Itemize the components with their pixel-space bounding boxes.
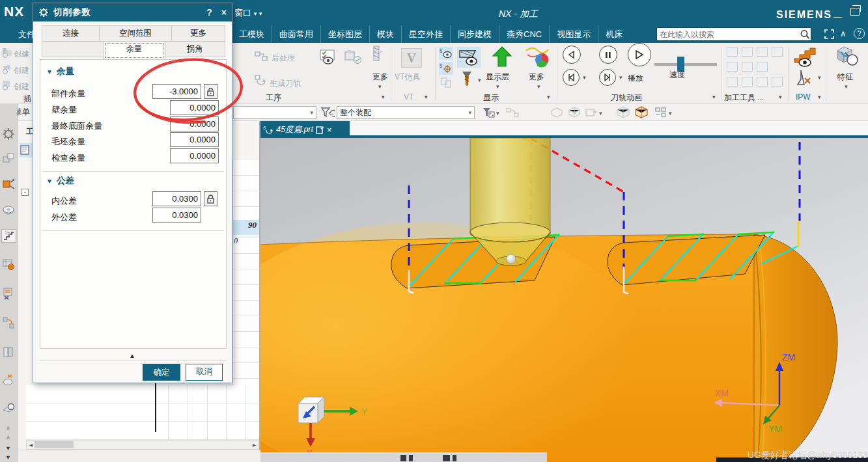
show-layer-icon[interactable] <box>490 46 514 72</box>
tool-icon[interactable] <box>369 46 384 70</box>
process-studio-icon[interactable] <box>2 316 16 330</box>
machining-tool-icon[interactable] <box>772 77 783 87</box>
tab-stock[interactable]: 余量 <box>103 41 165 60</box>
graphics-viewport[interactable]: ZM XM YM Y X <box>260 138 868 462</box>
speed-slider-track[interactable] <box>654 63 717 66</box>
tab-surface-common[interactable]: 曲面常用 <box>272 25 321 43</box>
vt-simulation-button[interactable]: VT仿真 <box>395 72 420 83</box>
operation-more-button[interactable]: 更多 <box>372 72 388 83</box>
reuse-library-icon[interactable] <box>2 374 16 387</box>
create-geometry-button[interactable] <box>1 79 13 93</box>
cutting-parameters-dialog[interactable]: 切削参数 ? × 连接 空间范围 更多 余量 拐角 ▼ 余量 部件余量 壁余量 … <box>33 3 232 383</box>
stock-section-header[interactable]: ▼ 余量 <box>46 66 74 77</box>
tab-coord-layer[interactable]: 坐标图层 <box>321 25 370 43</box>
show-ipw-icon[interactable] <box>792 44 818 70</box>
show-toolpath-icon[interactable]: 5 <box>439 47 453 60</box>
chevron-down-icon[interactable]: ▾ <box>496 110 499 116</box>
lock-open-icon[interactable] <box>204 84 217 99</box>
section-collapse-icon[interactable]: ▼ <box>46 68 53 75</box>
tab-synchronous-modeling[interactable]: 同步建模 <box>451 25 499 43</box>
create-tool-button[interactable] <box>1 62 13 77</box>
floor-stock-input[interactable] <box>170 116 219 131</box>
pause-button[interactable] <box>599 46 617 64</box>
snap-midpoint-icon[interactable] <box>585 107 598 120</box>
step-back-button[interactable] <box>563 46 581 64</box>
chevron-down-icon[interactable]: ▾ <box>496 83 499 90</box>
shaded-wireframe-icon[interactable] <box>616 106 630 121</box>
minimize-button[interactable]: — <box>833 12 842 21</box>
generate-toolpath-icon[interactable] <box>255 74 269 88</box>
play-button[interactable] <box>628 43 651 66</box>
create-label[interactable]: 创建 <box>14 49 29 60</box>
feature-button[interactable]: 特征 <box>837 72 853 83</box>
tab-yanxiu-cnc[interactable]: 燕秀CNC <box>499 25 550 43</box>
tab-connect[interactable]: 连接 <box>42 25 100 42</box>
machine-tool-navigator-icon[interactable] <box>2 287 16 301</box>
operation-navigator-icon[interactable] <box>1 229 16 243</box>
overflow-icon[interactable]: ▼ <box>5 454 11 461</box>
chevron-down-icon[interactable]: ▾ <box>669 110 672 116</box>
machining-wizard-icon[interactable] <box>2 258 16 271</box>
part-stock-input[interactable] <box>152 84 201 99</box>
tab-machine-tool[interactable]: 机床 <box>598 25 630 43</box>
filter-reset-icon[interactable] <box>320 107 335 121</box>
vt-simulation-icon[interactable]: V <box>401 48 422 68</box>
chevron-down-icon[interactable]: ▾ <box>583 74 586 81</box>
chevron-down-icon[interactable]: ▾ <box>779 94 782 100</box>
window-menu[interactable]: 窗口 ▾ ▾ <box>234 7 262 19</box>
command-search[interactable] <box>656 27 811 41</box>
machine-simulate-icon[interactable] <box>344 49 362 68</box>
chevron-down-icon[interactable]: ▾ <box>818 94 821 100</box>
go-to-start-button[interactable] <box>563 69 580 86</box>
navigator-highlight-cell[interactable]: 90 <box>232 220 259 235</box>
tree-collapse-icon[interactable]: - <box>21 189 29 196</box>
tab-machining-module[interactable]: 工模块 <box>232 25 272 43</box>
navigator-cell[interactable]: 0 <box>234 236 238 246</box>
expand-icon[interactable]: ▼ <box>5 445 11 452</box>
create-label[interactable]: 创建 <box>14 65 29 76</box>
edit-tool-display-icon[interactable] <box>458 70 475 92</box>
machining-tool-icon[interactable] <box>742 47 753 57</box>
pin-ribbon-icon[interactable]: ▾ <box>259 10 262 17</box>
chevron-down-icon[interactable]: ▾ <box>547 94 550 100</box>
ipw-tool-icon[interactable] <box>796 69 815 90</box>
postprocess-button[interactable]: 后处理 <box>272 53 295 64</box>
generate-toolpath-button[interactable]: 生成刀轨 <box>270 78 301 89</box>
machining-tool-icon[interactable] <box>757 77 768 87</box>
wall-stock-input[interactable] <box>170 100 219 115</box>
tab-starry-addon[interactable]: 星空外挂 <box>402 25 451 43</box>
verify-toolpath-icon[interactable] <box>319 49 336 68</box>
chevron-down-icon[interactable]: ▾ <box>619 74 623 81</box>
navigator-grid[interactable] <box>26 385 259 440</box>
dialog-collapse-arrow[interactable]: ▲ <box>129 352 135 359</box>
snap-endpoint-icon[interactable] <box>568 107 581 120</box>
machining-tool-icon[interactable] <box>757 47 768 57</box>
tab-view-display[interactable]: 视图显示 <box>550 25 598 43</box>
chevron-down-icon[interactable]: ▾ <box>382 94 385 100</box>
scroll-up-icon[interactable]: ▲ <box>5 433 11 440</box>
shaded-solid-icon[interactable] <box>634 106 649 121</box>
lock-closed-icon[interactable] <box>204 191 217 206</box>
chevron-down-icon[interactable]: ▾ <box>599 110 602 116</box>
show-points-icon[interactable]: 5 <box>439 62 453 75</box>
view-layout-icon[interactable] <box>654 107 667 120</box>
chevron-down-icon[interactable]: ▾ <box>845 83 848 90</box>
close-tab-icon[interactable]: × <box>327 125 332 135</box>
chevron-down-icon[interactable]: ▾ <box>818 74 821 81</box>
display-more-button[interactable]: 更多 <box>529 72 544 83</box>
fullscreen-icon[interactable] <box>824 29 834 41</box>
ok-button[interactable]: 确定 <box>143 364 180 381</box>
search-icon[interactable] <box>799 29 811 40</box>
chevron-down-icon[interactable]: ▾ <box>478 77 481 83</box>
blank-stock-input[interactable] <box>170 132 219 147</box>
feature-recognition-icon[interactable] <box>832 44 860 72</box>
hd3d-tools-icon[interactable] <box>2 402 16 416</box>
tab-containment[interactable]: 空间范围 <box>99 25 172 42</box>
machining-tool-icon[interactable] <box>757 62 768 72</box>
snap-point-icon[interactable] <box>550 107 563 120</box>
intol-input[interactable] <box>152 191 201 206</box>
tab-more[interactable]: 更多 <box>171 25 225 42</box>
navigator-item-icon[interactable] <box>20 143 33 157</box>
restore-window-button[interactable] <box>850 8 860 16</box>
roles-gear-icon[interactable] <box>2 128 16 141</box>
